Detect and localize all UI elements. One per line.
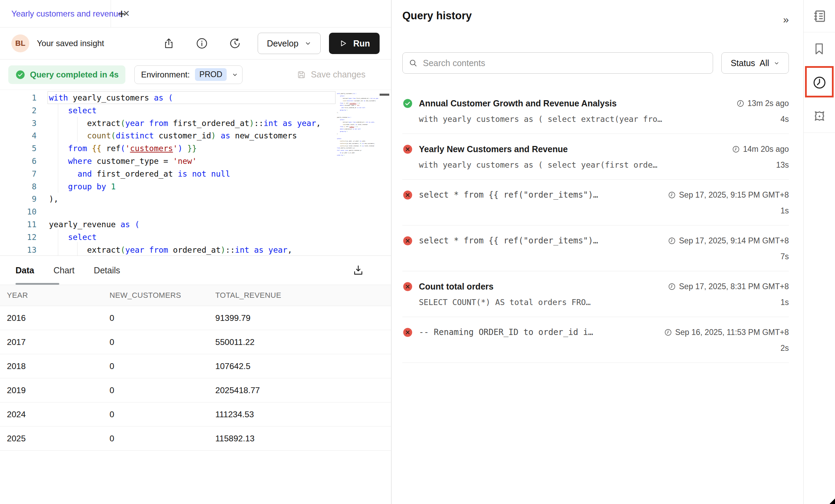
line-number: 1 <box>0 92 37 104</box>
status-filter-label: Status <box>731 58 755 68</box>
history-item[interactable]: Count total ordersSep 17, 2025, 8:31 PM … <box>402 271 789 317</box>
line-number: 10 <box>0 206 37 218</box>
table-cell: 0 <box>110 410 215 419</box>
table-row[interactable]: 201902025418.77 <box>0 378 391 402</box>
code-line[interactable]: 2 select <box>0 104 391 117</box>
table-cell: 0 <box>110 386 215 395</box>
tab-details[interactable]: Details <box>94 265 120 275</box>
code-line[interactable]: 11yearly_revenue as ( <box>0 218 391 231</box>
table-cell: 91399.79 <box>215 313 391 323</box>
history-filters: Status All <box>402 52 789 74</box>
code-text: ), <box>49 193 59 206</box>
run-button[interactable]: Run <box>329 33 380 54</box>
save-changes-button[interactable]: Save changes <box>297 70 365 80</box>
search-icon <box>409 59 418 67</box>
history-item[interactable]: -- Renaming ORDER_ID to order_id i…Sep 1… <box>402 317 789 363</box>
table-cell: 115892.13 <box>215 434 391 443</box>
chevron-down-icon <box>774 60 780 66</box>
code-text: yearly_revenue as ( <box>49 218 140 231</box>
results-tab-bar: DataChartDetails <box>0 256 391 285</box>
table-row[interactable]: 2016091399.79 <box>0 306 391 330</box>
code-line[interactable]: 12 select <box>0 231 391 244</box>
search-input[interactable] <box>422 58 707 69</box>
dbt-icon[interactable] <box>812 108 827 124</box>
table-row[interactable]: 20170550011.22 <box>0 330 391 354</box>
tab-yearly-customers-and-revenue[interactable]: Yearly customers and revenue ✕ <box>0 0 111 27</box>
sql-editor[interactable]: 1with yearly_customers as (2 select3 ext… <box>0 90 391 256</box>
search-box[interactable] <box>402 52 713 74</box>
code-line[interactable]: 10 <box>0 206 391 218</box>
editor-minimap[interactable]: with yearly_customers as ( select extrac… <box>337 93 378 253</box>
save-icon <box>297 70 306 80</box>
indent-guide <box>77 117 78 142</box>
table-cell: 2025 <box>7 434 110 443</box>
save-changes-label: Save changes <box>311 70 365 80</box>
history-item-title: select * from {{ ref("order_items")… <box>419 236 598 245</box>
check-circle-icon <box>15 70 25 80</box>
environment-selector[interactable]: Environment: PROD <box>134 65 243 84</box>
editor-scrollbar-thumb[interactable] <box>380 94 389 96</box>
table-cell: 2024 <box>7 410 110 419</box>
table-row[interactable]: 20250115892.13 <box>0 427 391 451</box>
develop-label: Develop <box>267 39 299 49</box>
history-item-title: Count total orders <box>419 282 494 292</box>
history-item-title: -- Renaming ORDER_ID to order_id i… <box>419 327 593 337</box>
indent-guide <box>58 229 58 256</box>
error-icon <box>402 235 413 246</box>
code-line[interactable]: 5 from {{ ref('customers') }} <box>0 142 391 155</box>
code-text: select <box>49 104 96 117</box>
table-cell: 107642.5 <box>215 361 391 371</box>
bookmark-icon[interactable] <box>812 42 827 57</box>
develop-dropdown[interactable]: Develop <box>258 33 321 54</box>
new-tab-button[interactable]: + <box>118 7 125 20</box>
code-line[interactable]: 13 extract(year from ordered_at)::int as… <box>0 244 391 256</box>
line-number: 11 <box>0 218 37 231</box>
history-item-time: Sep 17, 2025, 8:31 PM GMT+8 <box>661 282 789 291</box>
column-header: NEW_CUSTOMERS <box>110 291 215 300</box>
indent-guide <box>77 242 78 256</box>
history-item-time: Sep 17, 2025, 9:14 PM GMT+8 <box>661 236 789 245</box>
clock-icon <box>668 191 676 199</box>
history-item-duration: 1s <box>781 206 789 216</box>
query-history-icon[interactable] <box>812 75 827 90</box>
history-item[interactable]: Annual Customer Growth and Revenue Analy… <box>402 88 789 134</box>
play-icon <box>339 39 348 48</box>
run-label: Run <box>353 39 370 49</box>
notebook-icon[interactable] <box>812 9 827 24</box>
environment-value: PROD <box>195 68 227 81</box>
history-item[interactable]: select * from {{ ref("order_items")…Sep … <box>402 225 789 271</box>
tab-chart[interactable]: Chart <box>53 265 74 275</box>
collapse-panel-icon[interactable]: » <box>783 14 789 25</box>
history-item[interactable]: Yearly New Customers and Revenue14m 20s … <box>402 134 789 180</box>
environment-label: Environment: <box>141 70 189 80</box>
code-line[interactable]: 4 count(distinct customer_id) as new_cus… <box>0 129 391 142</box>
download-icon[interactable] <box>352 264 364 276</box>
error-icon <box>402 144 413 155</box>
code-text: from {{ ref('customers') }} <box>49 142 197 155</box>
table-row[interactable]: 20180107642.5 <box>0 354 391 378</box>
history-item[interactable]: select * from {{ ref("order_items")…Sep … <box>402 180 789 225</box>
table-row[interactable]: 20240111234.53 <box>0 402 391 427</box>
results-table: 2016091399.7920170550011.2220180107642.5… <box>0 306 391 451</box>
code-line[interactable]: 7 and first_ordered_at is not null <box>0 168 391 180</box>
version-history-icon[interactable] <box>229 37 241 50</box>
table-cell: 0 <box>110 361 215 371</box>
history-list: Annual Customer Growth and Revenue Analy… <box>402 88 789 363</box>
code-text: select <box>49 231 96 244</box>
share-icon[interactable] <box>163 37 175 50</box>
code-text: group by 1 <box>49 180 116 193</box>
history-item-time: 14m 20s ago <box>725 145 789 154</box>
code-line[interactable]: 6 where customer_type = 'new' <box>0 155 391 168</box>
code-line[interactable]: 3 extract(year from first_ordered_at)::i… <box>0 117 391 130</box>
status-filter-dropdown[interactable]: Status All <box>721 52 789 74</box>
history-item-query: with yearly_customers as ( select extrac… <box>419 115 662 124</box>
history-item-duration: 2s <box>781 344 789 353</box>
info-icon[interactable] <box>196 37 208 50</box>
code-line[interactable]: 1with yearly_customers as ( <box>0 92 391 104</box>
code-line[interactable]: 8 group by 1 <box>0 180 391 193</box>
code-line[interactable]: 9), <box>0 193 391 206</box>
tab-bar: Yearly customers and revenue ✕ + <box>0 0 391 28</box>
tab-data[interactable]: Data <box>16 265 34 275</box>
history-item-title: Annual Customer Growth and Revenue Analy… <box>419 98 617 108</box>
tab-title: Yearly customers and revenue <box>11 9 123 19</box>
